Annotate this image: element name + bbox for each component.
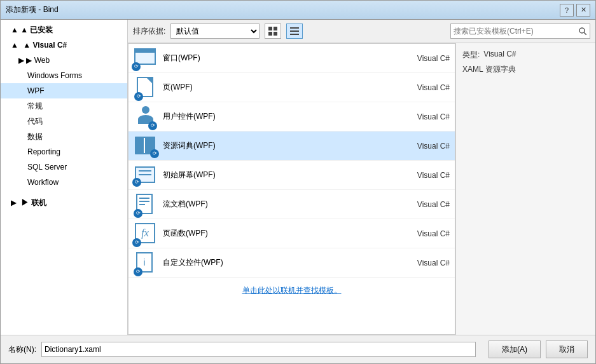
- svg-rect-2: [268, 32, 272, 36]
- template-item-splash[interactable]: ⟳ 初始屏幕(WPF) Visual C#: [128, 161, 455, 190]
- template-icon-flowdoc: ⟳: [134, 192, 158, 217]
- search-icon[interactable]: [576, 24, 590, 38]
- template-lang-resourcedict: Visual C#: [399, 142, 450, 151]
- sidebar-item-visual-csharp[interactable]: ▲ ▲ Visual C#: [1, 37, 127, 53]
- template-name-window: 窗口(WPF): [163, 53, 399, 64]
- bottom-bar: 名称(N): 添加(A) 取消: [1, 335, 595, 363]
- search-box: [450, 24, 590, 39]
- template-icon-customcontrol: i ⟳: [134, 251, 158, 275]
- expand-icon: ▶: [18, 56, 26, 65]
- sidebar-item-wpf[interactable]: WPF: [1, 83, 127, 98]
- sidebar-item-workflow[interactable]: Workflow: [1, 175, 127, 190]
- toolbar: 排序依据: 默认值 名称 类型: [128, 20, 595, 43]
- svg-point-7: [579, 28, 585, 33]
- magnifier-icon: [579, 27, 586, 35]
- action-buttons: 添加(A) 取消: [489, 340, 588, 358]
- template-item-usercontrol[interactable]: ⟳ 用户控件(WPF) Visual C#: [128, 102, 455, 131]
- grid-icon: [268, 27, 277, 36]
- template-item-resourcedict[interactable]: ⟳ 资源词典(WPF) Visual C#: [128, 131, 455, 161]
- sidebar: ▲ ▲ 已安装 ▲ ▲ Visual C# ▶ ▶ Web Windows Fo…: [1, 20, 128, 335]
- template-name-resourcedict: 资源词典(WPF): [163, 140, 399, 151]
- svg-rect-4: [290, 27, 299, 29]
- svg-rect-0: [268, 27, 272, 30]
- close-button[interactable]: ✕: [576, 4, 590, 17]
- template-item-page[interactable]: ⟳ 页(WPF) Visual C#: [128, 73, 455, 102]
- expand-icon: ▶: [11, 198, 18, 207]
- sidebar-item-normal[interactable]: 常规: [1, 98, 127, 114]
- info-panel: 类型: Visual C# XAML 资源字典: [455, 43, 595, 335]
- sidebar-item-installed[interactable]: ▲ ▲ 已安装: [1, 22, 127, 37]
- title-buttons: ? ✕: [560, 4, 590, 17]
- expand-icon: ▲: [11, 25, 20, 34]
- online-link[interactable]: 单击此处以联机并查找模板。: [128, 278, 455, 304]
- sidebar-item-code[interactable]: 代码: [1, 114, 127, 129]
- expand-icon: ▲: [11, 41, 20, 50]
- template-lang-usercontrol: Visual C#: [399, 112, 450, 121]
- help-button[interactable]: ?: [560, 4, 574, 17]
- info-type-row: 类型: Visual C#: [462, 50, 589, 60]
- list-icon: [290, 27, 299, 36]
- svg-rect-3: [274, 32, 277, 36]
- info-name-value: XAML 资源字典: [462, 64, 516, 75]
- sidebar-item-reporting[interactable]: Reporting: [1, 144, 127, 159]
- template-item-window[interactable]: ⟳ 窗口(WPF) Visual C#: [128, 44, 455, 73]
- view-list-button[interactable]: [286, 24, 303, 39]
- template-icon-resourcedict: ⟳: [134, 134, 158, 158]
- info-type-value: Visual C#: [483, 50, 516, 60]
- template-item-customcontrol[interactable]: i ⟳ 自定义控件(WPF) Visual C#: [128, 248, 455, 278]
- template-lang-splash: Visual C#: [399, 171, 450, 180]
- sort-label: 排序依据:: [133, 26, 165, 37]
- template-name-usercontrol: 用户控件(WPF): [163, 111, 399, 122]
- title-bar: 添加新项 - Bind ? ✕: [1, 1, 595, 20]
- template-name-customcontrol: 自定义控件(WPF): [163, 257, 399, 268]
- svg-rect-5: [290, 30, 299, 32]
- sidebar-item-web[interactable]: ▶ ▶ Web: [1, 53, 127, 68]
- sort-select[interactable]: 默认值 名称 类型: [170, 24, 260, 39]
- template-icon-splash: ⟳: [134, 163, 158, 187]
- template-lang-customcontrol: Visual C#: [399, 259, 450, 267]
- info-type-label: 类型:: [462, 50, 480, 60]
- template-icon-pagefunc: fx ⟳: [134, 222, 158, 246]
- dialog-root: 添加新项 - Bind ? ✕ ▲ ▲ 已安装 ▲ ▲ Visual C# ▶ …: [0, 0, 596, 364]
- template-icon-window: ⟳: [134, 46, 158, 71]
- template-name-splash: 初始屏幕(WPF): [163, 170, 399, 180]
- title-text: 添加新项 - Bind: [6, 4, 59, 15]
- search-input[interactable]: [451, 24, 576, 38]
- template-lang-window: Visual C#: [399, 54, 450, 63]
- sidebar-item-sql-server[interactable]: SQL Server: [1, 159, 127, 175]
- template-item-pagefunc[interactable]: fx ⟳ 页函数(WPF) Visual C#: [128, 219, 455, 248]
- cancel-button[interactable]: 取消: [546, 340, 588, 358]
- main-panel: 排序依据: 默认值 名称 类型: [128, 20, 595, 335]
- template-lang-page: Visual C#: [399, 83, 450, 92]
- template-name-pagefunc: 页函数(WPF): [163, 228, 399, 239]
- template-name-page: 页(WPF): [163, 82, 399, 93]
- template-lang-flowdoc: Visual C#: [399, 200, 450, 209]
- svg-rect-6: [290, 34, 299, 35]
- template-area: ⟳ 窗口(WPF) Visual C#: [128, 43, 455, 335]
- content-area: ▲ ▲ 已安装 ▲ ▲ Visual C# ▶ ▶ Web Windows Fo…: [1, 20, 595, 335]
- name-input[interactable]: [41, 342, 476, 357]
- sidebar-item-online[interactable]: ▶ ▶ 联机: [1, 195, 127, 210]
- view-grid-button[interactable]: [265, 24, 281, 39]
- sidebar-item-windows-forms[interactable]: Windows Forms: [1, 68, 127, 83]
- panels-row: ⟳ 窗口(WPF) Visual C#: [128, 43, 595, 335]
- template-icon-usercontrol: ⟳: [134, 105, 158, 129]
- template-list: ⟳ 窗口(WPF) Visual C#: [128, 43, 455, 335]
- add-button[interactable]: 添加(A): [489, 340, 541, 358]
- template-lang-pagefunc: Visual C#: [399, 229, 450, 238]
- svg-rect-1: [274, 27, 277, 30]
- template-icon-page: ⟳: [134, 76, 158, 100]
- template-item-flowdoc[interactable]: ⟳ 流文档(WPF) Visual C#: [128, 190, 455, 219]
- svg-line-8: [584, 32, 586, 35]
- info-name-row: XAML 资源字典: [462, 64, 589, 75]
- name-label: 名称(N):: [8, 344, 36, 355]
- template-name-flowdoc: 流文档(WPF): [163, 199, 399, 210]
- sidebar-item-data[interactable]: 数据: [1, 129, 127, 144]
